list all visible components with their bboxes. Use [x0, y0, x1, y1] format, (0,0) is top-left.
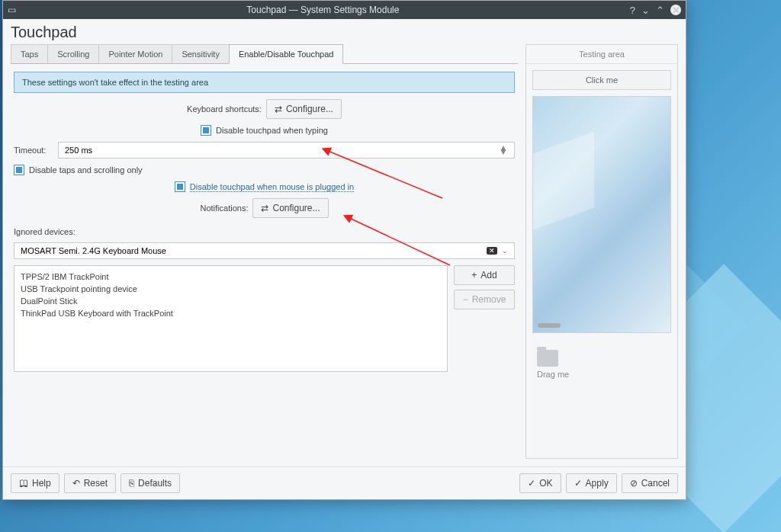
list-item[interactable]: USB Trackpoint pointing device — [21, 283, 441, 295]
ok-button[interactable]: ✓ OK — [519, 473, 561, 493]
info-message: These settings won't take effect in the … — [14, 72, 515, 93]
chevron-down-icon[interactable]: ⌄ — [502, 247, 508, 255]
tab-content: These settings won't take effect in the … — [11, 64, 518, 459]
configure-icon: ⇄ — [275, 104, 282, 114]
ignored-device-input[interactable] — [21, 246, 487, 255]
help-button[interactable]: 🕮 Help — [11, 473, 59, 493]
reset-button[interactable]: ↶ Reset — [64, 473, 116, 493]
folder-icon[interactable] — [537, 350, 558, 367]
defaults-icon: ⎘ — [129, 478, 134, 489]
notifications-label: Notifications: — [200, 204, 248, 213]
list-item[interactable]: DualPoint Stick — [21, 295, 441, 307]
list-item[interactable]: TPPS/2 IBM TrackPoint — [21, 271, 441, 283]
ignored-devices-list[interactable]: TPPS/2 IBM TrackPoint USB Trackpoint poi… — [14, 265, 448, 372]
disable-typing-label: Disable touchpad when typing — [216, 126, 328, 135]
tab-taps[interactable]: Taps — [11, 44, 48, 63]
main-panel: Taps Scrolling Pointer Motion Sensitivit… — [11, 44, 518, 459]
add-button[interactable]: + Add — [454, 265, 515, 285]
help-icon[interactable]: ? — [630, 5, 635, 16]
disable-mouse-label: Disable touchpad when mouse is plugged i… — [190, 182, 354, 192]
testing-sidebar: Testing area Click me Drag me — [525, 44, 678, 459]
check-icon: ✓ — [528, 478, 535, 489]
ignored-devices-label: Ignored devices: — [14, 227, 515, 236]
tab-scrolling[interactable]: Scrolling — [47, 44, 99, 63]
dialog-footer: 🕮 Help ↶ Reset ⎘ Defaults ✓ OK ✓ Apply ⊘… — [3, 466, 686, 499]
keyboard-shortcuts-label: Keyboard shortcuts: — [187, 104, 262, 114]
drag-area[interactable]: Drag me — [532, 345, 671, 452]
timeout-input[interactable] — [65, 146, 499, 155]
window-title: Touchpad — System Settings Module — [16, 5, 630, 15]
defaults-button[interactable]: ⎘ Defaults — [121, 473, 180, 493]
minus-icon: − — [463, 294, 468, 305]
apply-button[interactable]: ✓ Apply — [566, 473, 617, 493]
cancel-icon: ⊘ — [630, 478, 638, 489]
disable-typing-checkbox[interactable] — [201, 125, 211, 136]
configure-icon: ⇄ — [261, 203, 268, 213]
check-icon: ✓ — [574, 478, 582, 489]
page-title: Touchpad — [3, 19, 686, 44]
settings-window: ▭ Touchpad — System Settings Module ? ⌄ … — [2, 0, 686, 500]
drag-me-label: Drag me — [537, 370, 667, 379]
timeout-spinbox[interactable]: ▲▼ — [58, 142, 515, 159]
list-item[interactable]: ThinkPad USB Keyboard with TrackPoint — [21, 307, 441, 319]
testing-area[interactable] — [532, 96, 671, 333]
ignored-device-combo[interactable]: ✕ ⌄ — [14, 242, 515, 259]
tab-enable-disable[interactable]: Enable/Disable Touchpad — [229, 44, 344, 64]
disable-mouse-checkbox[interactable] — [175, 181, 185, 192]
tab-sensitivity[interactable]: Sensitivity — [172, 44, 230, 63]
cancel-button[interactable]: ⊘ Cancel — [622, 473, 678, 493]
titlebar[interactable]: ▭ Touchpad — System Settings Module ? ⌄ … — [3, 1, 686, 19]
tab-bar: Taps Scrolling Pointer Motion Sensitivit… — [11, 44, 518, 64]
testing-area-title: Testing area — [526, 45, 677, 64]
spin-buttons[interactable]: ▲▼ — [499, 146, 508, 154]
click-me-button[interactable]: Click me — [532, 70, 671, 90]
clear-icon[interactable]: ✕ — [487, 247, 497, 255]
undo-icon: ↶ — [72, 478, 80, 489]
help-icon: 🕮 — [19, 478, 28, 489]
configure-shortcuts-button[interactable]: ⇄ Configure... — [266, 99, 342, 119]
minimize-icon[interactable]: ⌄ — [641, 5, 650, 16]
close-icon[interactable]: ✕ — [670, 5, 681, 15]
plus-icon: + — [471, 270, 477, 280]
scroll-indicator[interactable] — [538, 323, 561, 328]
disable-taps-label: Disable taps and scrolling only — [29, 165, 143, 175]
app-menu-icon[interactable]: ▭ — [8, 5, 16, 15]
configure-notifications-button[interactable]: ⇄ Configure... — [252, 198, 328, 218]
tab-pointer-motion[interactable]: Pointer Motion — [98, 44, 172, 63]
remove-button[interactable]: − Remove — [454, 290, 515, 309]
maximize-icon[interactable]: ⌃ — [656, 5, 664, 16]
disable-taps-checkbox[interactable] — [14, 165, 24, 175]
timeout-label: Timeout: — [14, 146, 52, 155]
